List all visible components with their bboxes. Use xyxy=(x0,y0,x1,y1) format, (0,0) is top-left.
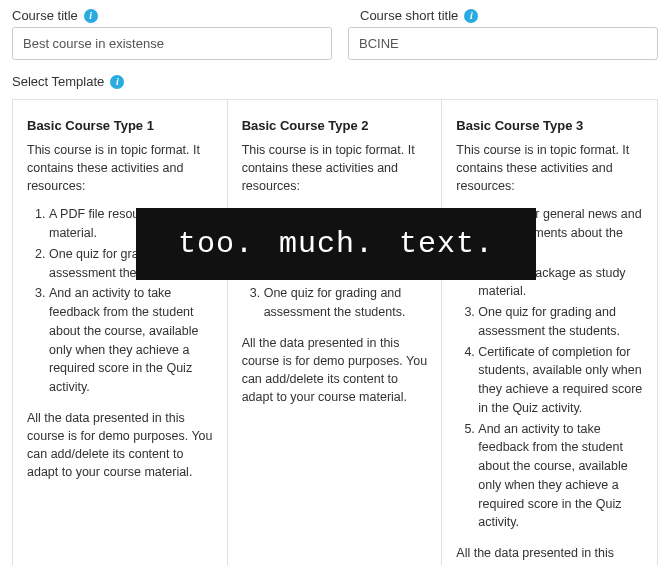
list-item: One quiz for grading and assessment the … xyxy=(264,284,428,322)
course-short-title-input[interactable] xyxy=(348,27,658,60)
template-title: Basic Course Type 2 xyxy=(242,118,428,133)
template-intro: This course is in topic format. It conta… xyxy=(456,141,643,195)
course-title-input[interactable] xyxy=(12,27,332,60)
template-grid: Basic Course Type 1This course is in top… xyxy=(12,99,658,565)
list-item: Certificate of completion for students, … xyxy=(478,343,643,418)
template-intro: This course is in topic format. It conta… xyxy=(242,141,428,195)
info-icon[interactable]: i xyxy=(110,75,124,89)
course-title-label: Course title i xyxy=(12,8,344,23)
list-item: And an activity to take feedback from th… xyxy=(49,284,213,397)
list-item: A forum for general news and announcemen… xyxy=(478,205,643,261)
select-template-label: Select Template i xyxy=(12,74,658,89)
list-item: A PDF file resource as study material. xyxy=(49,205,213,243)
template-footer: All the data presented in this course is… xyxy=(27,409,213,482)
list-item: And an activity to take feedback from th… xyxy=(478,420,643,533)
template-title: Basic Course Type 1 xyxy=(27,118,213,133)
course-short-title-label: Course short title i xyxy=(360,8,658,23)
info-icon[interactable]: i xyxy=(84,9,98,23)
list-item: SCORM package as study material. xyxy=(478,264,643,302)
template-list: A PDF file resource as study material.On… xyxy=(27,205,213,397)
list-item: A Youtube embed video page xyxy=(264,264,428,283)
template-footer: All the data presented in this course is… xyxy=(456,544,643,565)
course-title-label-text: Course title xyxy=(12,8,78,23)
template-card[interactable]: Basic Course Type 3This course is in top… xyxy=(442,100,657,565)
select-template-label-text: Select Template xyxy=(12,74,104,89)
course-short-title-label-text: Course short title xyxy=(360,8,458,23)
list-item: One quiz for grading and assessment the … xyxy=(478,303,643,341)
template-card[interactable]: Basic Course Type 2This course is in top… xyxy=(228,100,443,565)
list-item: One quiz for grading and assessment the … xyxy=(49,245,213,283)
list-item: A folder resource with PDF and Word docu… xyxy=(264,205,428,261)
template-card[interactable]: Basic Course Type 1This course is in top… xyxy=(13,100,228,565)
template-list: A forum for general news and announcemen… xyxy=(456,205,643,532)
template-title: Basic Course Type 3 xyxy=(456,118,643,133)
info-icon[interactable]: i xyxy=(464,9,478,23)
template-list: A folder resource with PDF and Word docu… xyxy=(242,205,428,322)
template-intro: This course is in topic format. It conta… xyxy=(27,141,213,195)
template-footer: All the data presented in this course is… xyxy=(242,334,428,407)
